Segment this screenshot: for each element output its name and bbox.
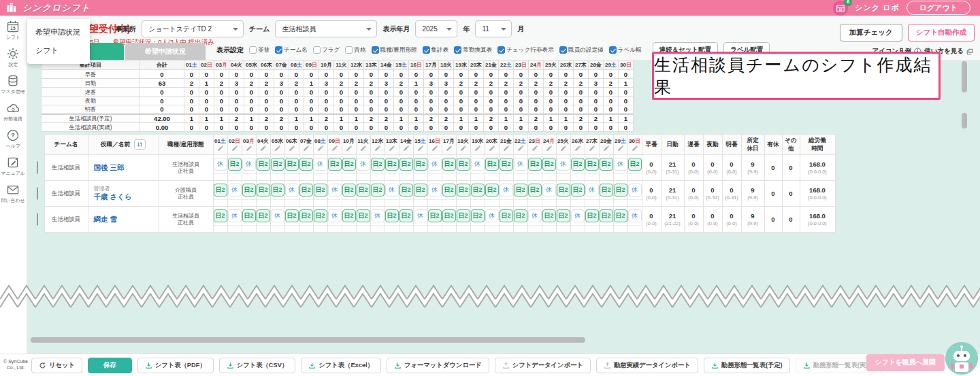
sidebar-item-master[interactable]: マスタ管理: [0, 74, 26, 95]
shift-badge[interactable]: 日2: [371, 158, 385, 171]
employee-name-link[interactable]: 国後 三郎: [94, 163, 159, 172]
shift-badge[interactable]: 休: [385, 184, 399, 196]
shift-badge[interactable]: 休: [371, 209, 385, 222]
sync-robo-label[interactable]: シンク ロボ: [855, 3, 899, 13]
shift-badge[interactable]: 日2: [585, 209, 599, 222]
employee-name-link[interactable]: 千歳 さくら: [94, 192, 159, 201]
shift-badge[interactable]: 日2: [399, 158, 413, 171]
shift-badge[interactable]: 日2: [271, 158, 284, 171]
shift-badge[interactable]: 日2: [485, 158, 499, 171]
edit-day-icon[interactable]: [360, 145, 367, 152]
shift-badge[interactable]: 日2: [600, 184, 613, 196]
shift-badge[interactable]: 日2: [385, 209, 399, 222]
shift-badge[interactable]: 日2: [528, 184, 542, 196]
shift-badge[interactable]: 休: [614, 158, 627, 171]
shift-badge[interactable]: 日2: [299, 184, 313, 196]
shift-badge[interactable]: 日2: [471, 184, 485, 196]
shift-badge[interactable]: 休: [557, 158, 570, 171]
year-select[interactable]: 2025: [415, 20, 457, 37]
edit-day-icon[interactable]: [603, 145, 610, 152]
edit-day-icon[interactable]: [503, 145, 510, 152]
edit-day-icon[interactable]: [231, 145, 238, 152]
display-option-checkbox[interactable]: チェック行非表示: [497, 46, 554, 54]
menu-item-2[interactable]: シフト: [27, 41, 90, 60]
shift-badge[interactable]: 日2: [557, 184, 570, 196]
edit-day-icon[interactable]: [260, 145, 267, 152]
edit-day-icon[interactable]: [560, 145, 567, 152]
display-option-checkbox[interactable]: 並替: [249, 46, 270, 54]
shift-badge[interactable]: 日2: [357, 209, 370, 222]
shift-badge[interactable]: 休: [285, 184, 299, 196]
shift-badge[interactable]: 休: [357, 158, 370, 171]
edit-day-icon[interactable]: [274, 145, 281, 152]
edit-day-icon[interactable]: [574, 145, 581, 152]
sort-button[interactable]: [134, 139, 146, 150]
shift-badge[interactable]: 休: [228, 184, 242, 196]
shift-badge[interactable]: 日2: [242, 209, 256, 222]
shift-badge[interactable]: 日2: [442, 184, 456, 196]
shift-badge[interactable]: 日2: [528, 158, 542, 171]
shift-badge[interactable]: 休: [514, 158, 527, 171]
edit-day-icon[interactable]: [546, 145, 553, 152]
sync-robo-calendar-button[interactable]: 18 6: [833, 1, 848, 16]
shift-badge[interactable]: 日2: [342, 158, 356, 171]
reset-action-button[interactable]: リセット: [31, 358, 82, 373]
shift-badge[interactable]: 日2: [571, 184, 585, 196]
sidebar-item-external[interactable]: 外部連携: [3, 101, 23, 122]
row-checkbox[interactable]: [37, 213, 38, 226]
shift-badge[interactable]: 日2: [471, 209, 485, 222]
vertical-scrollbar-thumb-2[interactable]: [962, 113, 967, 129]
edit-day-icon[interactable]: [217, 145, 224, 152]
shift-badge[interactable]: 日2: [299, 209, 313, 222]
shift-badge[interactable]: 休: [271, 209, 284, 222]
shift-badge[interactable]: 休: [628, 209, 642, 222]
edit-day-icon[interactable]: [417, 145, 424, 152]
shift-badge[interactable]: 休: [542, 184, 556, 196]
shift-badge[interactable]: 日2: [399, 209, 413, 222]
shift-badge[interactable]: 日2: [628, 158, 642, 171]
edit-day-icon[interactable]: [303, 145, 310, 152]
shift-badge[interactable]: 日2: [414, 158, 427, 171]
shift-badge[interactable]: 日2: [614, 184, 627, 196]
shift-badge[interactable]: 日2: [314, 184, 327, 196]
save-button[interactable]: 保存: [88, 358, 132, 373]
shift-badge[interactable]: 休: [214, 158, 227, 171]
shift-badge[interactable]: 日2: [399, 184, 413, 196]
shift-badge[interactable]: 日2: [542, 209, 556, 222]
shift-badge[interactable]: 日2: [600, 209, 613, 222]
edit-day-icon[interactable]: [246, 145, 252, 152]
edit-day-icon[interactable]: [374, 145, 381, 152]
shift-badge[interactable]: 日2: [371, 184, 385, 196]
shift-badge[interactable]: 日2: [328, 158, 342, 171]
shift-badge[interactable]: 休: [314, 158, 327, 171]
shift-badge[interactable]: 日2: [514, 209, 527, 222]
shift-badge[interactable]: 休: [242, 158, 256, 171]
shift-badge[interactable]: 日2: [285, 158, 299, 171]
shift-badge[interactable]: 休: [528, 209, 542, 222]
sidebar-item-shift[interactable]: 15シフト: [5, 20, 21, 41]
shift-badge[interactable]: 休: [414, 209, 427, 222]
addition-check-button[interactable]: 加算チェック: [840, 24, 902, 41]
download-action-button[interactable]: シフト表（PDF）: [137, 358, 214, 373]
robot-mascot-icon[interactable]: [945, 342, 978, 375]
sidebar-item-manual[interactable]: マニュアル: [0, 156, 26, 177]
deploy-shift-to-staff-button[interactable]: シフトを職員へ展開: [866, 354, 945, 371]
display-option-checkbox[interactable]: 集計表: [423, 46, 449, 54]
shift-badge[interactable]: 日2: [457, 209, 470, 222]
shift-badge[interactable]: 日2: [285, 209, 299, 222]
edit-day-icon[interactable]: [317, 145, 324, 152]
shift-badge[interactable]: 日2: [557, 209, 570, 222]
display-option-checkbox[interactable]: 職種/雇用形態: [372, 46, 417, 54]
display-option-checkbox[interactable]: チーム名: [275, 46, 308, 54]
menu-item-1[interactable]: 希望申請状況: [27, 23, 90, 41]
sidebar-item-contact[interactable]: 問い合わせ: [0, 183, 26, 204]
shift-badge[interactable]: 日2: [457, 184, 470, 196]
shift-badge[interactable]: 日2: [228, 158, 242, 171]
shift-badge[interactable]: 日2: [600, 158, 613, 171]
edit-day-icon[interactable]: [446, 145, 453, 152]
shift-badge[interactable]: 日2: [214, 209, 227, 222]
edit-day-icon[interactable]: [346, 145, 353, 152]
shift-badge[interactable]: 日2: [414, 184, 427, 196]
shift-badge[interactable]: 日2: [442, 209, 456, 222]
shift-badge[interactable]: 休: [585, 184, 599, 196]
